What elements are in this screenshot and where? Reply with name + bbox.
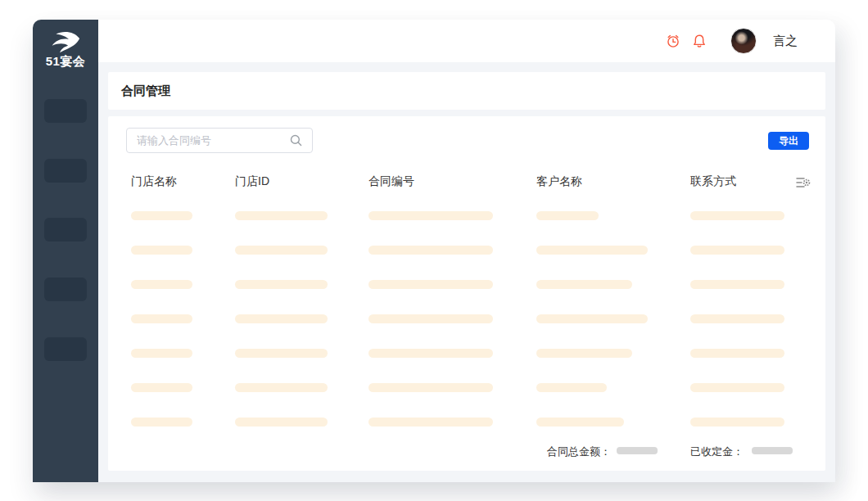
alarm-clock-icon[interactable] — [666, 34, 680, 48]
skeleton-bar — [536, 314, 648, 323]
skeleton-bar — [536, 246, 648, 255]
skeleton-bar — [368, 246, 493, 255]
page-title: 合同管理 — [121, 84, 170, 99]
sidebar-menu-placeholder — [44, 159, 87, 183]
search-input[interactable] — [127, 134, 289, 147]
deposit-label: 已收定金： — [690, 445, 744, 459]
user-menu[interactable]: 言之 — [730, 28, 798, 54]
skeleton-bar — [536, 383, 607, 392]
skeleton-bar — [235, 211, 328, 220]
skeleton-bar — [368, 349, 493, 358]
logo-text: 51宴会 — [33, 54, 98, 70]
skeleton-bar — [536, 418, 624, 427]
column-header: 门店ID — [235, 174, 269, 189]
skeleton-bar — [368, 314, 493, 323]
column-header: 客户名称 — [536, 174, 582, 189]
skeleton-bar — [235, 246, 328, 255]
skeleton-bar — [690, 314, 784, 323]
skeleton-bar — [368, 280, 493, 289]
search-icon[interactable] — [289, 133, 303, 147]
skeleton-bar — [690, 349, 784, 358]
skeleton-bar — [235, 383, 328, 392]
skeleton-bar — [690, 418, 784, 427]
skeleton-bar — [235, 349, 328, 358]
skeleton-bar — [690, 383, 784, 392]
skeleton-bar — [690, 280, 784, 289]
table-card: 导出 门店名称门店ID合同编号客户名称联系方式 合同总金额： 已收定金： — [108, 116, 825, 471]
bell-icon[interactable] — [692, 34, 707, 48]
deposit-placeholder — [752, 447, 793, 454]
skeleton-bar — [536, 349, 632, 358]
search-box — [126, 128, 313, 153]
app-window: 51宴会 言之 — [33, 20, 835, 482]
skeleton-bar — [131, 314, 192, 323]
skeleton-bar — [131, 418, 192, 427]
skeleton-bar — [536, 211, 599, 220]
sidebar-menu-placeholder — [44, 337, 87, 361]
total-amount-placeholder — [617, 447, 658, 454]
skeleton-bar — [690, 246, 784, 255]
skeleton-bar — [131, 280, 192, 289]
skeleton-bar — [131, 383, 192, 392]
sidebar-menu-placeholder — [44, 99, 87, 123]
export-button[interactable]: 导出 — [768, 132, 809, 150]
skeleton-bar — [690, 211, 784, 220]
skeleton-bar — [235, 280, 328, 289]
main-area: 言之 合同管理 导出 门店名称门店ID合同编号客户名称联系方式 — [98, 20, 835, 482]
skeleton-bar — [368, 211, 493, 220]
top-header: 言之 — [98, 20, 835, 62]
sidebar-menu-placeholder — [44, 218, 87, 241]
page-title-card: 合同管理 — [108, 72, 825, 110]
column-header: 合同编号 — [368, 174, 414, 189]
sidebar-menu-placeholder — [44, 278, 87, 301]
logo: 51宴会 — [33, 20, 98, 70]
total-amount-label: 合同总金额： — [547, 445, 611, 459]
skeleton-bar — [368, 418, 493, 427]
column-header: 门店名称 — [131, 174, 177, 189]
user-name: 言之 — [773, 34, 798, 49]
avatar — [730, 28, 757, 54]
sidebar: 51宴会 — [33, 20, 98, 482]
column-header: 联系方式 — [690, 174, 736, 189]
bird-logo-icon — [47, 30, 84, 53]
skeleton-bar — [235, 418, 328, 427]
skeleton-bar — [131, 349, 192, 358]
skeleton-bar — [131, 211, 192, 220]
skeleton-bar — [131, 246, 192, 255]
skeleton-bar — [368, 383, 493, 392]
column-settings-gear-icon[interactable] — [796, 176, 811, 189]
skeleton-bar — [235, 314, 328, 323]
skeleton-bar — [536, 280, 632, 289]
